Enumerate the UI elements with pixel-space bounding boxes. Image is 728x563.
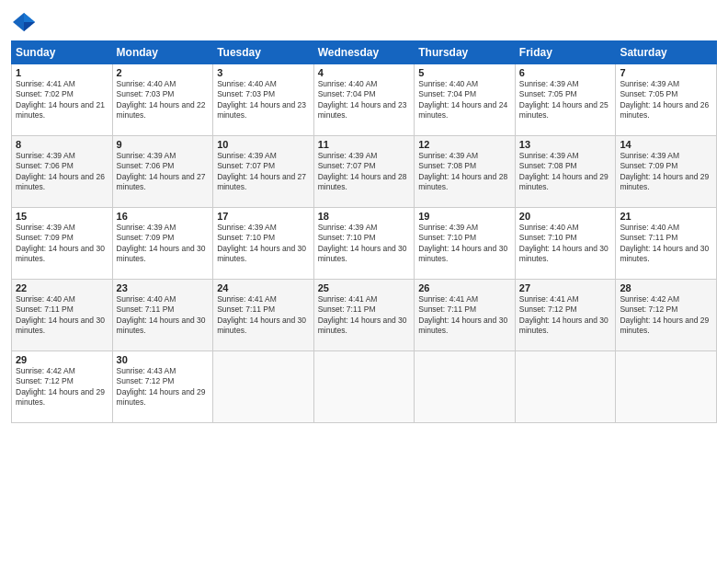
day-number: 10 <box>217 139 310 150</box>
day-number: 23 <box>117 282 210 293</box>
day-number: 1 <box>16 67 108 78</box>
day-number: 13 <box>519 139 612 150</box>
day-info: Sunrise: 4:39 AM Sunset: 7:05 PM Dayligh… <box>620 79 712 121</box>
day-number: 26 <box>418 282 511 293</box>
day-info: Sunrise: 4:40 AM Sunset: 7:04 PM Dayligh… <box>318 79 411 121</box>
day-cell-17: 17Sunrise: 4:39 AM Sunset: 7:10 PM Dayli… <box>213 208 314 280</box>
day-cell-27: 27Sunrise: 4:41 AM Sunset: 7:12 PM Dayli… <box>515 280 616 351</box>
day-number: 2 <box>117 67 210 78</box>
logo <box>11 9 40 35</box>
day-number: 28 <box>620 282 712 293</box>
svg-marker-2 <box>24 22 35 31</box>
day-number: 14 <box>620 139 712 150</box>
day-info: Sunrise: 4:39 AM Sunset: 7:09 PM Dayligh… <box>117 223 210 265</box>
day-cell-5: 5Sunrise: 4:40 AM Sunset: 7:04 PM Daylig… <box>415 64 516 136</box>
day-info: Sunrise: 4:39 AM Sunset: 7:08 PM Dayligh… <box>519 151 612 193</box>
day-info: Sunrise: 4:39 AM Sunset: 7:10 PM Dayligh… <box>418 223 511 265</box>
day-cell-14: 14Sunrise: 4:39 AM Sunset: 7:09 PM Dayli… <box>616 136 717 208</box>
page-container: SundayMondayTuesdayWednesdayThursdayFrid… <box>0 0 728 432</box>
day-info: Sunrise: 4:42 AM Sunset: 7:12 PM Dayligh… <box>620 294 712 337</box>
day-number: 21 <box>620 211 712 222</box>
day-info: Sunrise: 4:39 AM Sunset: 7:06 PM Dayligh… <box>16 151 108 193</box>
day-info: Sunrise: 4:41 AM Sunset: 7:11 PM Dayligh… <box>418 294 511 337</box>
empty-cell <box>213 351 314 423</box>
day-info: Sunrise: 4:39 AM Sunset: 7:08 PM Dayligh… <box>418 151 511 193</box>
day-number: 18 <box>318 211 411 222</box>
day-info: Sunrise: 4:39 AM Sunset: 7:07 PM Dayligh… <box>217 151 310 193</box>
header-cell-friday: Friday <box>515 41 616 64</box>
day-cell-20: 20Sunrise: 4:40 AM Sunset: 7:10 PM Dayli… <box>515 208 616 280</box>
day-number: 6 <box>519 67 612 78</box>
day-number: 3 <box>217 67 310 78</box>
day-info: Sunrise: 4:40 AM Sunset: 7:11 PM Dayligh… <box>16 294 108 337</box>
day-cell-13: 13Sunrise: 4:39 AM Sunset: 7:08 PM Dayli… <box>515 136 616 208</box>
day-info: Sunrise: 4:41 AM Sunset: 7:11 PM Dayligh… <box>318 294 411 337</box>
day-cell-26: 26Sunrise: 4:41 AM Sunset: 7:11 PM Dayli… <box>415 280 516 351</box>
day-cell-1: 1Sunrise: 4:41 AM Sunset: 7:02 PM Daylig… <box>12 64 113 136</box>
day-info: Sunrise: 4:40 AM Sunset: 7:04 PM Dayligh… <box>418 79 511 121</box>
day-info: Sunrise: 4:41 AM Sunset: 7:02 PM Dayligh… <box>16 79 108 121</box>
day-cell-7: 7Sunrise: 4:39 AM Sunset: 7:05 PM Daylig… <box>616 64 717 136</box>
day-number: 5 <box>418 67 511 78</box>
day-number: 20 <box>519 211 612 222</box>
calendar-week-4: 29Sunrise: 4:42 AM Sunset: 7:12 PM Dayli… <box>12 351 717 423</box>
header <box>11 9 717 35</box>
day-number: 25 <box>318 282 411 293</box>
header-cell-wednesday: Wednesday <box>313 41 415 64</box>
day-info: Sunrise: 4:42 AM Sunset: 7:12 PM Dayligh… <box>16 366 108 408</box>
day-cell-12: 12Sunrise: 4:39 AM Sunset: 7:08 PM Dayli… <box>415 136 516 208</box>
day-number: 24 <box>217 282 310 293</box>
day-number: 29 <box>16 354 108 365</box>
header-row: SundayMondayTuesdayWednesdayThursdayFrid… <box>12 41 717 64</box>
day-info: Sunrise: 4:43 AM Sunset: 7:12 PM Dayligh… <box>117 366 210 408</box>
day-cell-29: 29Sunrise: 4:42 AM Sunset: 7:12 PM Dayli… <box>12 351 113 423</box>
day-cell-2: 2Sunrise: 4:40 AM Sunset: 7:03 PM Daylig… <box>112 64 213 136</box>
day-info: Sunrise: 4:39 AM Sunset: 7:09 PM Dayligh… <box>16 223 108 265</box>
day-info: Sunrise: 4:40 AM Sunset: 7:03 PM Dayligh… <box>117 79 210 121</box>
day-info: Sunrise: 4:39 AM Sunset: 7:10 PM Dayligh… <box>217 223 310 265</box>
day-cell-18: 18Sunrise: 4:39 AM Sunset: 7:10 PM Dayli… <box>313 208 415 280</box>
day-cell-24: 24Sunrise: 4:41 AM Sunset: 7:11 PM Dayli… <box>213 280 314 351</box>
calendar-week-0: 1Sunrise: 4:41 AM Sunset: 7:02 PM Daylig… <box>12 64 717 136</box>
day-number: 7 <box>620 67 712 78</box>
day-cell-25: 25Sunrise: 4:41 AM Sunset: 7:11 PM Dayli… <box>313 280 415 351</box>
header-cell-sunday: Sunday <box>12 41 113 64</box>
day-number: 12 <box>418 139 511 150</box>
day-cell-3: 3Sunrise: 4:40 AM Sunset: 7:03 PM Daylig… <box>213 64 314 136</box>
calendar-body: 1Sunrise: 4:41 AM Sunset: 7:02 PM Daylig… <box>12 64 717 423</box>
day-number: 27 <box>519 282 612 293</box>
calendar-table: SundayMondayTuesdayWednesdayThursdayFrid… <box>11 40 717 423</box>
day-cell-22: 22Sunrise: 4:40 AM Sunset: 7:11 PM Dayli… <box>12 280 113 351</box>
day-number: 11 <box>318 139 411 150</box>
day-cell-9: 9Sunrise: 4:39 AM Sunset: 7:06 PM Daylig… <box>112 136 213 208</box>
day-cell-15: 15Sunrise: 4:39 AM Sunset: 7:09 PM Dayli… <box>12 208 113 280</box>
day-cell-28: 28Sunrise: 4:42 AM Sunset: 7:12 PM Dayli… <box>616 280 717 351</box>
day-number: 8 <box>16 139 108 150</box>
day-cell-23: 23Sunrise: 4:40 AM Sunset: 7:11 PM Dayli… <box>112 280 213 351</box>
day-cell-21: 21Sunrise: 4:40 AM Sunset: 7:11 PM Dayli… <box>616 208 717 280</box>
day-info: Sunrise: 4:39 AM Sunset: 7:06 PM Dayligh… <box>117 151 210 193</box>
day-number: 17 <box>217 211 310 222</box>
empty-cell <box>313 351 415 423</box>
svg-marker-1 <box>24 13 35 22</box>
day-number: 30 <box>117 354 210 365</box>
day-cell-16: 16Sunrise: 4:39 AM Sunset: 7:09 PM Dayli… <box>112 208 213 280</box>
day-number: 15 <box>16 211 108 222</box>
day-info: Sunrise: 4:41 AM Sunset: 7:12 PM Dayligh… <box>519 294 612 337</box>
day-number: 19 <box>418 211 511 222</box>
day-cell-11: 11Sunrise: 4:39 AM Sunset: 7:07 PM Dayli… <box>313 136 415 208</box>
calendar-header: SundayMondayTuesdayWednesdayThursdayFrid… <box>12 41 717 64</box>
empty-cell <box>616 351 717 423</box>
logo-icon <box>11 9 37 35</box>
day-info: Sunrise: 4:40 AM Sunset: 7:11 PM Dayligh… <box>117 294 210 337</box>
empty-cell <box>415 351 516 423</box>
header-cell-tuesday: Tuesday <box>213 41 314 64</box>
day-cell-30: 30Sunrise: 4:43 AM Sunset: 7:12 PM Dayli… <box>112 351 213 423</box>
day-cell-19: 19Sunrise: 4:39 AM Sunset: 7:10 PM Dayli… <box>415 208 516 280</box>
header-cell-saturday: Saturday <box>616 41 717 64</box>
day-cell-8: 8Sunrise: 4:39 AM Sunset: 7:06 PM Daylig… <box>12 136 113 208</box>
day-info: Sunrise: 4:40 AM Sunset: 7:03 PM Dayligh… <box>217 79 310 121</box>
calendar-week-3: 22Sunrise: 4:40 AM Sunset: 7:11 PM Dayli… <box>12 280 717 351</box>
day-number: 9 <box>117 139 210 150</box>
day-cell-6: 6Sunrise: 4:39 AM Sunset: 7:05 PM Daylig… <box>515 64 616 136</box>
